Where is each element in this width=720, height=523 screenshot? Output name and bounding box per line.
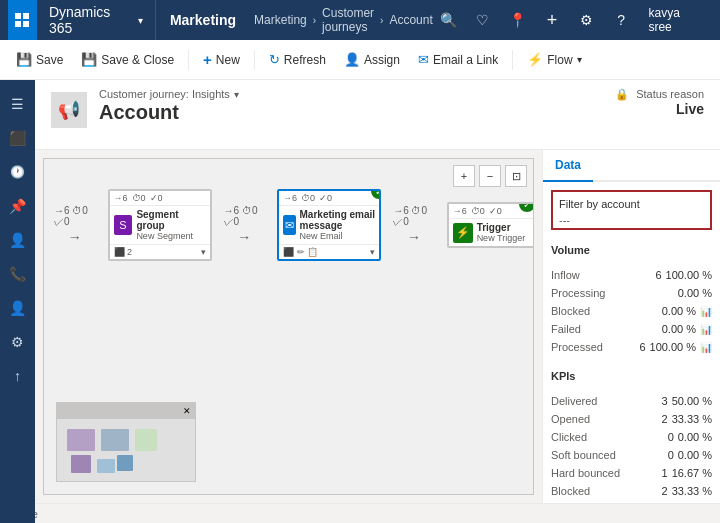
metric-clicked: Clicked 0 0.00 % [543, 428, 720, 446]
filter-value: --- [559, 214, 704, 226]
filter-box: Filter by account --- [551, 190, 712, 230]
sidebar-recent-icon[interactable]: 🕐 [2, 156, 34, 188]
module-name: Marketing [156, 0, 250, 40]
metric-opened: Opened 2 33.33 % [543, 410, 720, 428]
right-panel: Data Filter by account --- Volume Inflow… [542, 150, 720, 503]
main-content: + − ⊡ →6 ⏱0 ✓0 → →6 ⏱0 ✓0 S Se [35, 150, 720, 503]
sidebar-settings-icon[interactable]: ⚙ [2, 326, 34, 358]
email-stats: →6 ⏱0 ✓0 [279, 191, 379, 206]
email-link-button[interactable]: ✉ Email a Link [410, 48, 506, 71]
sep-1 [188, 50, 189, 70]
arrow-1: →6 ⏱0 ✓0 → [224, 205, 266, 245]
command-bar: 💾 Save 💾 Save & Close + New ↻ Refresh 👤 … [0, 40, 720, 80]
metric-delivered: Delivered 3 50.00 % [543, 392, 720, 410]
start-arrow: →6 ⏱0 ✓0 → [54, 205, 96, 245]
page-title-area: Customer journey: Insights ▾ Account [99, 88, 603, 124]
metric-inflow: Inflow 6 100.00 % [543, 266, 720, 284]
metric-soft-bounced: Soft bounced 0 0.00 % [543, 446, 720, 464]
page-supertitle: Customer journey: Insights ▾ [99, 88, 603, 100]
volume-section-header: Volume [543, 238, 720, 258]
metric-blocked-kpi: Blocked 2 33.33 % [543, 482, 720, 500]
flow-icon: ⚡ [527, 52, 543, 67]
arrow-2: →6 ⏱0 ✓0 → [393, 205, 435, 245]
new-button[interactable]: + New [195, 47, 248, 72]
breadcrumb: Marketing › Customer journeys › Account [250, 6, 433, 34]
segment-icon: S [114, 215, 133, 235]
svg-rect-1 [23, 13, 29, 19]
fit-button[interactable]: ⊡ [505, 165, 527, 187]
processed-chart-icon: 📊 [700, 342, 712, 353]
sep-2 [254, 50, 255, 70]
status-bar: Active [0, 503, 720, 523]
save-close-button[interactable]: 💾 Save & Close [73, 48, 182, 71]
heart-icon[interactable]: ♡ [467, 0, 498, 40]
settings-icon[interactable]: ⚙ [571, 0, 602, 40]
sidebar-pinned-icon[interactable]: 📌 [2, 190, 34, 222]
sidebar-user-icon[interactable]: 👤 [2, 292, 34, 324]
trigger-node[interactable]: →6 ⏱0 ✓0 ⚡ Trigger New Trigger ✓ ✕ [447, 202, 534, 248]
metric-failed: Failed 0.00 % 📊 [543, 320, 720, 338]
tab-data[interactable]: Data [543, 150, 593, 182]
metric-blocked: Blocked 0.00 % 📊 [543, 302, 720, 320]
filter-label: Filter by account [559, 198, 704, 210]
metric-processed: Processed 6 100.00 % 📊 [543, 338, 720, 356]
panel-tabs: Data [543, 150, 720, 182]
sidebar: ☰ ⬛ 🕐 📌 👤 📞 👤 ⚙ ↑ [0, 80, 35, 523]
email-header: ✉ Marketing email message New Email [279, 206, 379, 244]
refresh-icon: ↻ [269, 52, 280, 67]
add-icon[interactable]: + [537, 0, 568, 40]
email-footer: ⬛ ✏ 📋 ▾ [279, 244, 379, 259]
sidebar-phone-icon[interactable]: 📞 [2, 258, 34, 290]
status-label: 🔒 Status reason [615, 88, 704, 101]
assign-icon: 👤 [344, 52, 360, 67]
canvas-toolbar: + − ⊡ [453, 165, 527, 187]
minimap-content [57, 419, 195, 483]
sidebar-menu-icon[interactable]: ☰ [2, 88, 34, 120]
page-status: 🔒 Status reason Live [615, 88, 704, 117]
user-name[interactable]: kavya sree [640, 6, 712, 34]
sidebar-home-icon[interactable]: ⬛ [2, 122, 34, 154]
zoom-in-button[interactable]: + [453, 165, 475, 187]
page-title: Account [99, 100, 603, 124]
location-icon[interactable]: 📍 [502, 0, 533, 40]
segment-footer: ⬛ 2 ▾ [110, 244, 210, 259]
blocked-chart-icon: 📊 [700, 306, 712, 317]
minimap[interactable]: ✕ [56, 402, 196, 482]
failed-chart-icon: 📊 [700, 324, 712, 335]
segment-node[interactable]: →6 ⏱0 ✓0 S Segment group New Segment ⬛ 2… [108, 189, 212, 261]
save-button[interactable]: 💾 Save [8, 48, 71, 71]
canvas-area[interactable]: + − ⊡ →6 ⏱0 ✓0 → →6 ⏱0 ✓0 S Se [43, 158, 534, 495]
svg-rect-2 [15, 21, 21, 27]
search-icon[interactable]: 🔍 [433, 0, 464, 40]
svg-rect-3 [23, 21, 29, 27]
svg-rect-0 [15, 13, 21, 19]
save-icon: 💾 [16, 52, 32, 67]
grid-menu-icon[interactable] [8, 0, 37, 40]
app-name[interactable]: Dynamics 365 ▾ [37, 0, 156, 40]
save-close-icon: 💾 [81, 52, 97, 67]
assign-button[interactable]: 👤 Assign [336, 48, 408, 71]
email-icon: ✉ [283, 215, 295, 235]
chevron-down-icon[interactable]: ▾ [234, 89, 239, 100]
email-node[interactable]: →6 ⏱0 ✓0 ✉ Marketing email message New E… [277, 189, 381, 261]
sidebar-contacts-icon[interactable]: 👤 [2, 224, 34, 256]
journey-canvas: →6 ⏱0 ✓0 → →6 ⏱0 ✓0 S Segment group New … [54, 189, 534, 261]
flow-button[interactable]: ⚡ Flow ▾ [519, 48, 589, 71]
trigger-header: ⚡ Trigger New Trigger [449, 219, 534, 246]
nav-right: 🔍 ♡ 📍 + ⚙ ? kavya sree [433, 0, 712, 40]
zoom-out-button[interactable]: − [479, 165, 501, 187]
sidebar-up-icon[interactable]: ↑ [2, 360, 34, 392]
status-value: Live [615, 101, 704, 117]
metric-hard-bounced: Hard bounced 1 16.67 % [543, 464, 720, 482]
help-icon[interactable]: ? [606, 0, 637, 40]
segment-header: S Segment group New Segment [110, 206, 210, 244]
minimap-close[interactable]: ✕ [57, 403, 195, 419]
trigger-icon: ⚡ [453, 223, 473, 243]
top-nav: Dynamics 365 ▾ Marketing Marketing › Cus… [0, 0, 720, 40]
new-icon: + [203, 51, 212, 68]
refresh-button[interactable]: ↻ Refresh [261, 48, 334, 71]
sep-3 [512, 50, 513, 70]
page-header: 📢 Customer journey: Insights ▾ Account 🔒… [35, 80, 720, 150]
segment-stats: →6 ⏱0 ✓0 [110, 191, 210, 206]
email-link-icon: ✉ [418, 52, 429, 67]
